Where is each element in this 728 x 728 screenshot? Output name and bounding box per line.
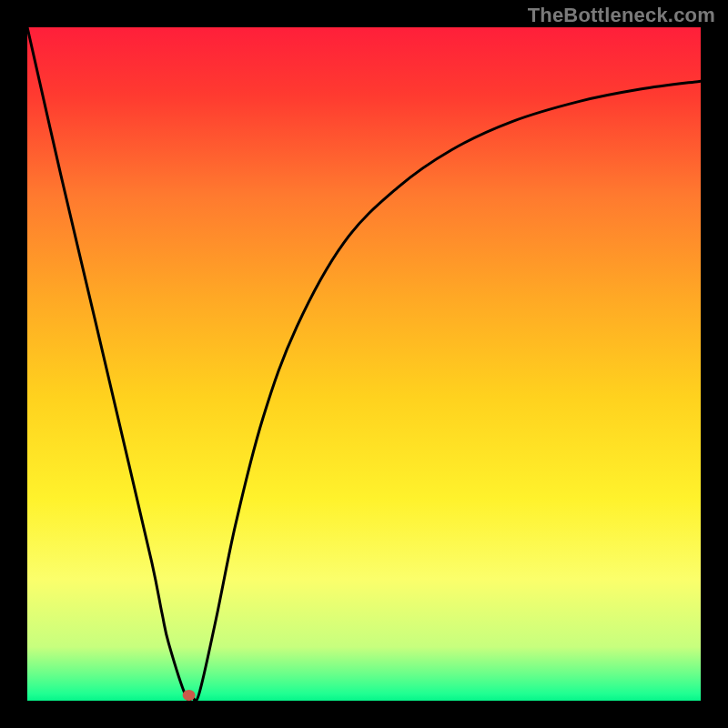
svg-point-1 xyxy=(183,690,196,701)
watermark-text: TheBottleneck.com xyxy=(528,4,715,27)
optimal-point-marker xyxy=(27,27,701,701)
plot-area xyxy=(27,27,701,701)
chart-frame: TheBottleneck.com xyxy=(0,0,728,728)
